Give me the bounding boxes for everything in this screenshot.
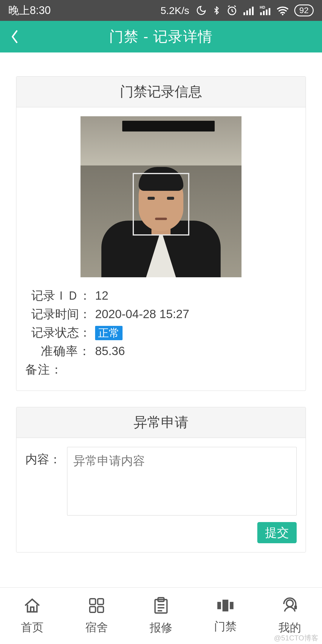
status-icons: 5.2K/s HD 92 (160, 4, 314, 16)
headset-icon (281, 597, 299, 617)
anomaly-request-title: 异常申请 (16, 407, 306, 438)
signal-icon (243, 6, 254, 15)
wifi-icon (276, 5, 289, 16)
gate-icon (216, 598, 235, 616)
anomaly-content-label: 内容： (25, 447, 61, 515)
svg-rect-7 (263, 11, 265, 15)
back-button[interactable] (10, 21, 19, 52)
svg-rect-9 (269, 8, 270, 15)
battery-indicator: 92 (294, 4, 314, 16)
status-time: 晚上8:30 (8, 3, 51, 18)
grid-icon (88, 597, 106, 617)
svg-rect-13 (90, 606, 95, 612)
svg-rect-14 (98, 606, 103, 612)
nav-mine-label: 我的 (278, 620, 301, 635)
clipboard-icon (152, 597, 170, 617)
svg-rect-21 (294, 606, 297, 609)
nav-dorm[interactable]: 宿舍 (64, 588, 129, 644)
record-id-value: 12 (91, 286, 109, 305)
svg-rect-3 (249, 9, 251, 15)
app-header: 门禁 - 记录详情 (0, 21, 322, 52)
signal-hd-icon: HD (260, 5, 271, 16)
svg-rect-8 (266, 10, 267, 15)
page-content: 门禁记录信息 记录ＩＤ： 12 记录时间： 2020-04-28 15:27 (0, 52, 322, 552)
home-icon (23, 597, 42, 617)
svg-text:HD: HD (260, 5, 265, 10)
svg-rect-17 (217, 602, 221, 609)
record-note-label: 备注： (25, 360, 63, 379)
record-info-panel: 门禁记录信息 记录ＩＤ： 12 记录时间： 2020-04-28 15:27 (16, 76, 306, 391)
face-detection-box (133, 173, 189, 236)
nav-repair[interactable]: 报修 (129, 588, 193, 644)
svg-rect-1 (243, 12, 245, 15)
record-note-row: 备注： (25, 360, 297, 379)
svg-point-10 (282, 14, 283, 15)
record-accuracy-label: 准确率： (25, 342, 91, 360)
page-title: 门禁 - 记录详情 (0, 27, 322, 46)
record-status-row: 记录状态： 正常 (25, 323, 297, 342)
record-note-value (63, 360, 67, 379)
alarm-icon (226, 5, 238, 16)
record-time-row: 记录时间： 2020-04-28 15:27 (25, 305, 297, 323)
svg-rect-2 (246, 10, 248, 15)
nav-home[interactable]: 首页 (0, 588, 64, 644)
record-accuracy-row: 准确率： 85.36 (25, 342, 297, 360)
nav-repair-label: 报修 (150, 620, 172, 635)
status-badge: 正常 (95, 326, 123, 340)
nav-dorm-label: 宿舍 (85, 620, 108, 635)
nav-gate[interactable]: 门禁 (193, 588, 258, 644)
nav-home-label: 首页 (21, 620, 44, 635)
anomaly-request-panel: 异常申请 内容： 提交 (16, 407, 306, 552)
svg-rect-11 (90, 599, 95, 604)
moon-icon (196, 5, 207, 16)
record-status-label: 记录状态： (25, 323, 91, 342)
svg-rect-19 (222, 600, 228, 611)
svg-rect-4 (252, 7, 254, 15)
record-info-title: 门禁记录信息 (16, 77, 306, 107)
bluetooth-icon (212, 5, 221, 16)
nav-gate-label: 门禁 (214, 619, 237, 634)
net-speed: 5.2K/s (160, 5, 189, 16)
record-time-value: 2020-04-28 15:27 (91, 305, 189, 323)
submit-button[interactable]: 提交 (257, 522, 297, 543)
svg-point-20 (287, 600, 293, 607)
status-bar: 晚上8:30 5.2K/s HD 92 (0, 0, 322, 21)
svg-rect-18 (230, 602, 233, 609)
record-photo (80, 116, 242, 277)
svg-rect-12 (98, 599, 103, 604)
record-time-label: 记录时间： (25, 305, 91, 323)
record-id-label: 记录ＩＤ： (25, 286, 91, 305)
record-id-row: 记录ＩＤ： 12 (25, 286, 297, 305)
record-accuracy-value: 85.36 (91, 342, 125, 360)
watermark: @51CTO博客 (274, 633, 318, 643)
svg-rect-6 (260, 12, 262, 15)
anomaly-content-input[interactable] (67, 447, 297, 515)
